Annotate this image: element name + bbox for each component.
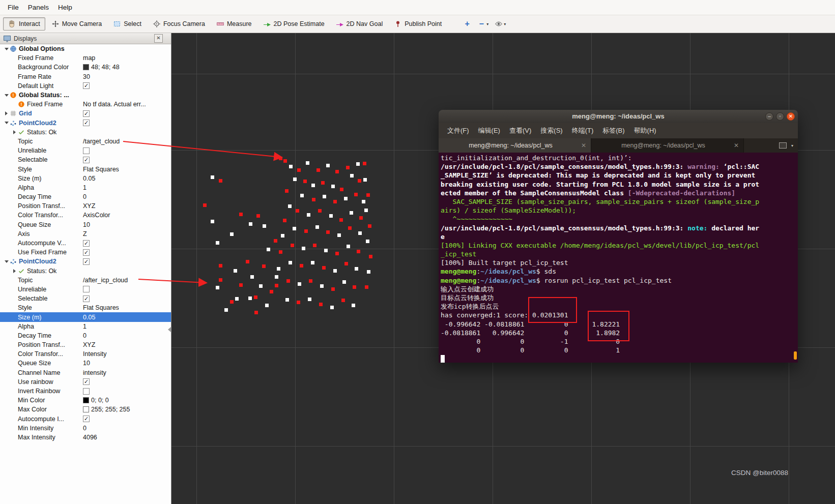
- checkbox-checked[interactable]: ✓: [83, 295, 90, 302]
- terminal-menu-item[interactable]: 查看(V): [505, 124, 536, 137]
- checkbox-unchecked[interactable]: [83, 388, 90, 395]
- tree-row-max-color[interactable]: Max Color255; 255; 255: [0, 405, 171, 414]
- expander-icon[interactable]: [3, 94, 10, 97]
- expander-icon[interactable]: [3, 111, 10, 115]
- tree-row-fixed-frame[interactable]: !Fixed FrameNo tf data. Actual err...: [0, 100, 171, 109]
- publish-point-button[interactable]: Publish Point: [389, 17, 447, 31]
- property-value[interactable]: 30: [83, 73, 90, 80]
- expander-icon[interactable]: [3, 260, 10, 263]
- open-terminal-icon[interactable]: [779, 142, 787, 149]
- property-value[interactable]: 255; 255; 255: [83, 406, 130, 413]
- terminal-menu-item[interactable]: 帮助(H): [629, 124, 661, 137]
- terminal-menu-item[interactable]: 终端(T): [567, 124, 598, 137]
- property-value[interactable]: intensity: [83, 369, 106, 376]
- tree-row-decay-time[interactable]: Decay Time0: [0, 331, 171, 340]
- terminal-menu-item[interactable]: 标签(B): [598, 124, 629, 137]
- tree-row-topic[interactable]: Topic/target_cloud: [0, 137, 171, 146]
- property-value[interactable]: AxisColor: [83, 212, 110, 219]
- move-camera-button[interactable]: Move Camera: [46, 17, 107, 31]
- property-value[interactable]: 0.05: [83, 314, 95, 321]
- property-value[interactable]: 0: [83, 425, 87, 432]
- property-value[interactable]: ✓: [83, 110, 90, 117]
- menu-item-panels[interactable]: Panels: [23, 2, 53, 13]
- 2d-nav-goal-button[interactable]: 2D Nav Goal: [331, 17, 388, 31]
- expander-icon[interactable]: [3, 122, 10, 124]
- property-value[interactable]: ✓: [83, 416, 90, 422]
- tree-row-invert-rainbow[interactable]: Invert Rainbow: [0, 387, 171, 396]
- property-value[interactable]: [83, 388, 90, 395]
- zoom-in-button[interactable]: +: [461, 18, 473, 29]
- property-value[interactable]: ✓: [83, 120, 90, 126]
- tree-row-autocompute-v[interactable]: Autocompute V...✓: [0, 239, 171, 248]
- property-value[interactable]: ✓: [83, 249, 90, 256]
- terminal-tab-2[interactable]: meng@meng: ~/ideas/pcl_ws✕: [591, 138, 744, 153]
- tree-row-color-transfor[interactable]: Color Transfor...Intensity: [0, 349, 171, 359]
- checkbox-checked[interactable]: ✓: [83, 378, 90, 385]
- tree-row-queue-size[interactable]: Queue Size10: [0, 359, 171, 368]
- checkbox-unchecked[interactable]: [83, 147, 90, 154]
- property-value[interactable]: XYZ: [83, 202, 95, 210]
- property-value[interactable]: Intensity: [83, 350, 107, 358]
- maximize-icon[interactable]: ▫: [776, 112, 784, 121]
- tab-close-icon[interactable]: ✕: [734, 142, 739, 149]
- tree-row-unreliable[interactable]: Unreliable: [0, 146, 171, 155]
- panel-collapse-handle[interactable]: [168, 327, 171, 333]
- property-value[interactable]: 10: [83, 221, 90, 228]
- 2d-pose-estimate-button[interactable]: 2D Pose Estimate: [258, 17, 330, 31]
- tree-row-fixed-frame[interactable]: Fixed Framemap: [0, 53, 171, 63]
- checkbox-unchecked[interactable]: [83, 286, 90, 292]
- menu-item-file[interactable]: File: [3, 2, 23, 13]
- checkbox-checked[interactable]: ✓: [83, 416, 90, 422]
- terminal-scrollbar[interactable]: [793, 153, 797, 362]
- checkbox-checked[interactable]: ✓: [83, 258, 90, 265]
- tree-row-unreliable[interactable]: Unreliable: [0, 285, 171, 294]
- checkbox-checked[interactable]: ✓: [83, 82, 90, 89]
- property-value[interactable]: ✓: [83, 157, 90, 163]
- property-value[interactable]: ✓: [83, 258, 90, 265]
- tree-row-selectable[interactable]: Selectable✓: [0, 155, 171, 164]
- property-value[interactable]: /after_icp_cloud: [83, 277, 128, 284]
- property-value[interactable]: 1: [83, 184, 87, 191]
- property-value[interactable]: ✓: [83, 82, 90, 89]
- tree-row-style[interactable]: StyleFlat Squares: [0, 303, 171, 312]
- checkbox-checked[interactable]: ✓: [83, 120, 90, 126]
- tree-row-topic[interactable]: Topic/after_icp_cloud: [0, 276, 171, 285]
- zoom-out-button[interactable]: −▾: [475, 18, 491, 29]
- checkbox-checked[interactable]: ✓: [83, 240, 90, 247]
- terminal-menu-item[interactable]: 编辑(E): [474, 124, 505, 137]
- tree-row-position-transf[interactable]: Position Transf...XYZ: [0, 340, 171, 349]
- property-value[interactable]: 0: [83, 193, 87, 200]
- tree-row-size-m[interactable]: Size (m)0.05: [0, 174, 171, 183]
- select-button[interactable]: Select: [108, 17, 147, 31]
- interact-button[interactable]: Interact: [3, 17, 45, 31]
- property-value[interactable]: ✓: [83, 240, 90, 247]
- tree-row-max-intensity[interactable]: Max Intensity4096: [0, 433, 171, 442]
- tree-row-use-fixed-frame[interactable]: Use Fixed Frame✓: [0, 248, 171, 257]
- minimize-icon[interactable]: –: [765, 112, 773, 121]
- property-value[interactable]: 48; 48; 48: [83, 64, 120, 71]
- checkbox-checked[interactable]: ✓: [83, 157, 90, 163]
- property-value[interactable]: 4096: [83, 434, 97, 441]
- tree-row-style[interactable]: StyleFlat Squares: [0, 164, 171, 173]
- property-value[interactable]: map: [83, 54, 95, 62]
- expander-icon[interactable]: [11, 130, 18, 134]
- tree-row-size-m[interactable]: Size (m)0.05: [0, 312, 171, 321]
- focus-camera-button[interactable]: Focus Camera: [148, 17, 210, 31]
- checkbox-checked[interactable]: ✓: [83, 110, 90, 117]
- tree-row-alpha[interactable]: Alpha1: [0, 322, 171, 331]
- tree-row-queue-size[interactable]: Queue Size10: [0, 220, 171, 229]
- terminal-menu-item[interactable]: 搜索(S): [536, 124, 567, 137]
- checkbox-checked[interactable]: ✓: [83, 249, 90, 256]
- tree-row-min-color[interactable]: Min Color0; 0; 0: [0, 396, 171, 405]
- property-value[interactable]: Flat Squares: [83, 304, 119, 311]
- property-value[interactable]: ✓: [83, 295, 90, 302]
- tree-row-autocompute-i[interactable]: Autocompute I...✓: [0, 414, 171, 424]
- tree-row-use-rainbow[interactable]: Use rainbow✓: [0, 377, 171, 387]
- tree-row-global-status[interactable]: !Global Status: ...: [0, 91, 171, 100]
- tree-row-background-color[interactable]: Background Color48; 48; 48: [0, 63, 171, 72]
- camera-view-button[interactable]: ▾: [493, 18, 508, 29]
- tree-row-channel-name[interactable]: Channel Nameintensity: [0, 368, 171, 377]
- tree-row-grid[interactable]: Grid✓: [0, 109, 171, 118]
- property-value[interactable]: Z: [83, 230, 87, 238]
- tab-list-dropdown-icon[interactable]: ▾: [791, 143, 793, 148]
